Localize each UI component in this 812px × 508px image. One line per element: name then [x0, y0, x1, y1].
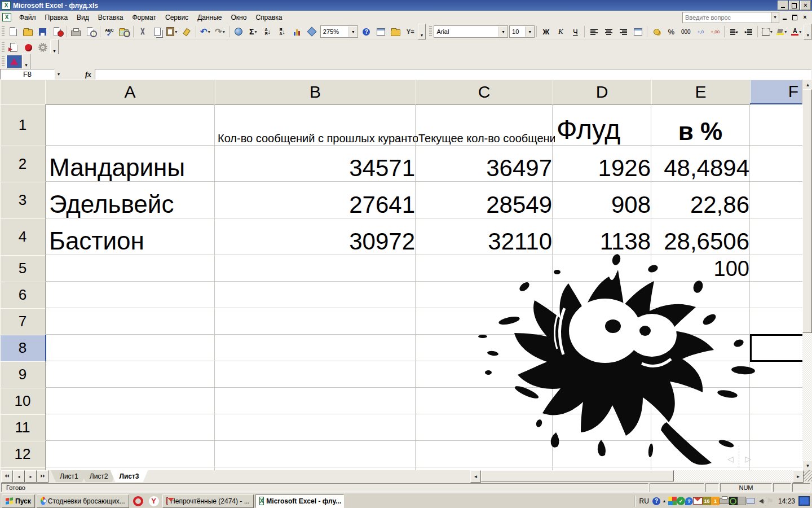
- column-header-d[interactable]: D: [553, 80, 652, 105]
- research-button[interactable]: [117, 25, 131, 38]
- drawing-button[interactable]: [304, 25, 319, 38]
- thousands-button[interactable]: 000: [678, 25, 693, 38]
- minimize-button[interactable]: [778, 1, 788, 10]
- undo-button[interactable]: ↶▾: [198, 25, 213, 38]
- increase-decimal-button[interactable]: +,0: [693, 25, 708, 38]
- object-handle-icon[interactable]: ◁ ▷: [726, 445, 752, 468]
- cell-d4[interactable]: 1138: [553, 218, 655, 255]
- percent-button[interactable]: %: [664, 25, 678, 38]
- formatting-toolbar-grip[interactable]: [429, 26, 432, 37]
- tray-antivirus-icon[interactable]: [668, 497, 677, 505]
- row-header-9[interactable]: 9: [0, 361, 46, 388]
- help-button[interactable]: ?: [359, 25, 374, 38]
- cell-b4[interactable]: 30972: [215, 218, 420, 255]
- underline-button[interactable]: Ч: [568, 25, 582, 38]
- workbook-close-button[interactable]: ×: [800, 13, 810, 21]
- menu-window[interactable]: Окно: [226, 12, 251, 23]
- question-box-dropdown-icon[interactable]: ▾: [771, 12, 779, 23]
- cell-e4[interactable]: 28,6506: [651, 218, 754, 255]
- cell-e1[interactable]: в %: [651, 104, 749, 145]
- scroll-right-icon[interactable]: ►: [793, 470, 804, 483]
- font-size-dropdown-icon[interactable]: ▾: [525, 27, 534, 37]
- yandex-icon[interactable]: Y: [149, 496, 159, 506]
- sort-descending-button[interactable]: ЯА ↓: [275, 25, 290, 38]
- settings-gear-icon[interactable]: [36, 41, 50, 54]
- new-folder-button[interactable]: [389, 25, 403, 38]
- horizontal-scrollbar[interactable]: [481, 470, 793, 481]
- task-excel-active[interactable]: X Microsoft Excel - флу...: [255, 494, 344, 508]
- menu-data[interactable]: Данные: [193, 12, 226, 23]
- align-right-button[interactable]: [616, 25, 630, 38]
- copy-button[interactable]: [150, 25, 165, 38]
- start-button[interactable]: Пуск: [2, 494, 35, 508]
- bold-button[interactable]: Ж: [539, 25, 553, 38]
- tray-flag-icon[interactable]: ⚑: [765, 497, 775, 506]
- workbook-minimize-button[interactable]: [780, 13, 789, 21]
- tray-display-icon[interactable]: [798, 496, 810, 506]
- tray-calendar-icon[interactable]: 16: [703, 497, 711, 505]
- addin-toolbar-2-options-icon[interactable]: ▾: [22, 54, 30, 69]
- row-header-3[interactable]: 3: [0, 182, 46, 219]
- opera-icon[interactable]: [133, 496, 143, 506]
- selected-cell-f8[interactable]: [750, 334, 802, 362]
- menu-view[interactable]: Вид: [72, 12, 94, 23]
- addin-toolbar-2-grip[interactable]: [2, 56, 5, 67]
- column-header-a[interactable]: A: [45, 80, 215, 105]
- cell-a2[interactable]: Мандарины: [45, 146, 218, 181]
- antivirus-addin-button[interactable]: [21, 41, 36, 54]
- autosum-button[interactable]: Σ▾: [246, 25, 261, 38]
- format-painter-button[interactable]: [179, 25, 194, 38]
- tray-language[interactable]: RU: [639, 497, 649, 505]
- row-header-6[interactable]: 6: [0, 282, 46, 309]
- column-header-c[interactable]: C: [416, 80, 553, 105]
- cell-c2[interactable]: 36497: [416, 146, 557, 181]
- tray-volume-icon[interactable]: ): [756, 497, 765, 506]
- name-box-dropdown-icon[interactable]: ▾: [55, 69, 63, 79]
- row-header-7[interactable]: 7: [0, 308, 46, 335]
- tray-messenger-icon[interactable]: ?: [685, 497, 693, 505]
- row-header-8[interactable]: 8: [0, 335, 46, 362]
- tray-mail-icon[interactable]: [693, 497, 703, 506]
- zoom-dropdown-icon[interactable]: ▾: [348, 27, 358, 37]
- toolbar-grip[interactable]: [2, 26, 5, 37]
- last-sheet-icon[interactable]: ⏵⏵: [37, 470, 48, 483]
- permission-button[interactable]: [50, 25, 65, 38]
- cell-d2[interactable]: 1926: [553, 146, 655, 181]
- menu-help[interactable]: Справка: [251, 12, 286, 23]
- scroll-left-icon[interactable]: ◄: [470, 470, 481, 483]
- currency-button[interactable]: [649, 25, 664, 38]
- cell-c1[interactable]: Текущее кол-во сообщений: [416, 104, 555, 149]
- tray-app-icon[interactable]: [738, 497, 746, 505]
- menu-file[interactable]: Файл: [15, 12, 41, 23]
- task-browser[interactable]: Стодневки бросающих...: [37, 494, 129, 508]
- font-size-combo[interactable]: 10▾: [509, 25, 535, 38]
- ink-splat-image[interactable]: [473, 252, 763, 470]
- formatting-toolbar-options-icon[interactable]: ▾: [804, 24, 812, 40]
- cell-e3[interactable]: 22,86: [651, 182, 754, 218]
- merge-center-button[interactable]: [630, 25, 645, 38]
- row-header-12[interactable]: 12: [0, 441, 46, 468]
- cell-c3[interactable]: 28549: [416, 182, 557, 218]
- menu-format[interactable]: Формат: [127, 12, 161, 23]
- pyramid-addin-button[interactable]: [6, 55, 22, 68]
- question-box-input[interactable]: [682, 12, 771, 23]
- row-header-1[interactable]: 1: [0, 104, 46, 146]
- tray-counter-icon[interactable]: 1: [711, 497, 720, 505]
- menu-insert[interactable]: Вставка: [94, 12, 128, 23]
- restore-button[interactable]: [789, 1, 800, 10]
- sort-ascending-button[interactable]: АЯ ↓: [261, 25, 275, 38]
- name-box[interactable]: F8: [0, 69, 55, 80]
- tray-usb-icon[interactable]: ✓: [677, 497, 685, 505]
- open-button[interactable]: [21, 25, 36, 38]
- tray-network-icon[interactable]: [746, 497, 756, 506]
- cut-button[interactable]: [135, 25, 150, 38]
- cell-a4[interactable]: Бастион: [45, 218, 218, 255]
- prev-sheet-icon[interactable]: ◂: [13, 470, 25, 483]
- horizontal-scroll-thumb[interactable]: [481, 470, 674, 481]
- vertical-scroll-thumb[interactable]: [802, 89, 812, 333]
- tray-clock[interactable]: 14:23: [778, 497, 795, 505]
- fill-color-button[interactable]: ▾: [774, 25, 789, 38]
- column-header-e[interactable]: E: [651, 80, 751, 105]
- cell-d3[interactable]: 908: [553, 182, 655, 218]
- menu-tools[interactable]: Сервис: [161, 12, 193, 23]
